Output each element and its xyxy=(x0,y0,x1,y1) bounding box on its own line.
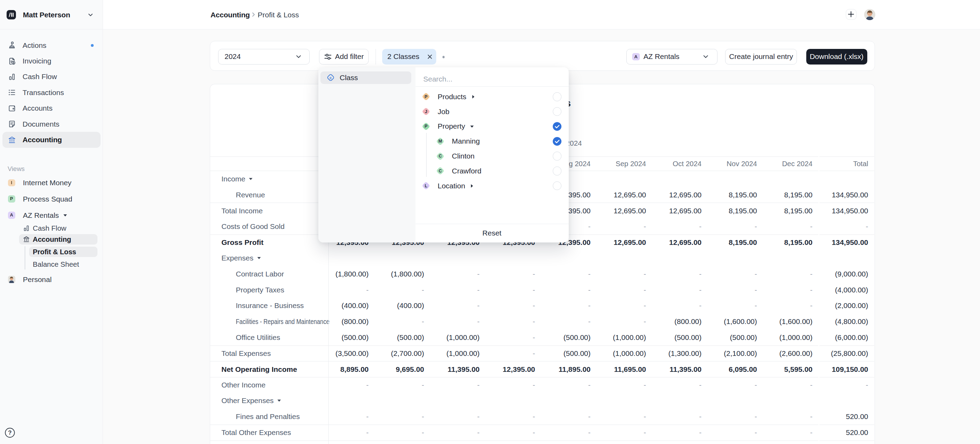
svg-text:c: c xyxy=(329,76,331,80)
svg-text:?: ? xyxy=(8,430,11,436)
